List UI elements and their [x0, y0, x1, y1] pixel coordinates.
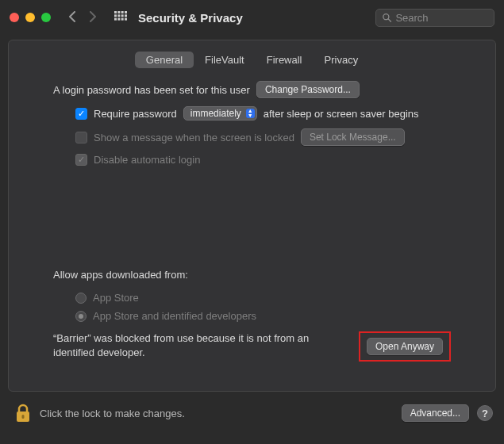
help-button[interactable]: ? [477, 405, 493, 421]
close-window-button[interactable] [10, 13, 19, 22]
svg-rect-5 [117, 14, 120, 17]
set-lock-message-button[interactable]: Set Lock Message... [301, 128, 405, 146]
search-input[interactable] [395, 12, 487, 24]
require-password-label-post: after sleep or screen saver begins [264, 108, 419, 120]
change-password-button[interactable]: Change Password... [256, 81, 360, 98]
open-anyway-button[interactable]: Open Anyway [367, 338, 443, 355]
show-message-label: Show a message when the screen is locked [94, 132, 294, 144]
zoom-window-button[interactable] [41, 13, 51, 22]
require-password-label-pre: Require password [94, 108, 177, 120]
svg-rect-8 [114, 18, 117, 21]
allow-apps-appstore-radio[interactable] [75, 293, 87, 304]
require-password-delay-popup[interactable]: immediately ▲▼ [183, 106, 257, 121]
allow-apps-identified-radio[interactable] [75, 311, 87, 322]
svg-rect-11 [125, 18, 127, 21]
tab-privacy[interactable]: Privacy [314, 52, 370, 68]
svg-line-13 [388, 18, 391, 21]
minimize-window-button[interactable] [25, 13, 35, 22]
require-password-delay-value: immediately [190, 108, 241, 119]
window-titlebar: Security & Privacy [0, 0, 504, 35]
window-controls [10, 13, 51, 22]
back-button[interactable] [65, 10, 79, 26]
tab-filevault[interactable]: FileVault [194, 52, 256, 68]
show-all-prefs-button[interactable] [114, 11, 127, 24]
allow-apps-identified-label: App Store and identified developers [93, 310, 256, 322]
login-password-label: A login password has been set for this u… [53, 84, 250, 96]
svg-rect-1 [117, 11, 120, 13]
window-title: Security & Privacy [138, 11, 243, 25]
popup-arrows-icon: ▲▼ [246, 109, 255, 118]
footer-bar: Click the lock to make changes. Advanced… [0, 396, 504, 423]
allow-apps-appstore-label: App Store [93, 292, 139, 304]
lock-icon[interactable] [14, 403, 32, 423]
svg-rect-6 [121, 14, 124, 17]
disable-auto-login-checkbox[interactable]: ✓ [75, 154, 87, 166]
svg-rect-9 [117, 18, 120, 21]
search-icon [383, 13, 391, 23]
svg-rect-4 [114, 14, 117, 17]
svg-rect-15 [22, 415, 25, 419]
preferences-panel: General FileVault Firewall Privacy A log… [8, 40, 496, 392]
allow-apps-heading: Allow apps downloaded from: [53, 269, 451, 281]
tab-bar: General FileVault Firewall Privacy [9, 40, 495, 81]
svg-rect-2 [121, 11, 124, 13]
blocked-app-message: “Barrier” was blocked from use because i… [53, 331, 339, 360]
tab-general[interactable]: General [135, 52, 194, 68]
open-anyway-highlight: Open Anyway [359, 331, 451, 362]
tab-segmented-control: General FileVault Firewall Privacy [135, 52, 369, 68]
advanced-button[interactable]: Advanced... [402, 404, 469, 422]
disable-auto-login-label: Disable automatic login [94, 154, 200, 166]
lock-hint-text: Click the lock to make changes. [40, 408, 185, 419]
require-password-checkbox[interactable]: ✓ [75, 108, 87, 120]
forward-button[interactable] [86, 10, 100, 26]
svg-rect-10 [121, 18, 124, 21]
show-message-checkbox[interactable] [75, 132, 87, 144]
svg-rect-0 [114, 11, 117, 13]
search-field[interactable] [375, 9, 494, 27]
tab-firewall[interactable]: Firewall [256, 52, 314, 68]
svg-rect-7 [125, 14, 127, 17]
svg-rect-3 [125, 11, 127, 13]
